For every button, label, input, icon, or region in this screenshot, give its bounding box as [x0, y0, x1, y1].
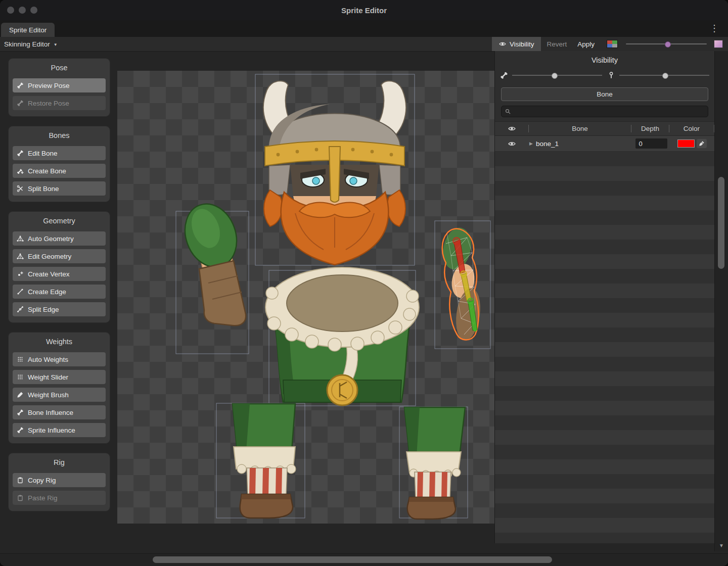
revert-button[interactable]: Revert — [541, 40, 572, 48]
vertical-scrollbar[interactable]: ▼ — [714, 51, 728, 551]
alpha-zoom-slider[interactable] — [626, 40, 707, 48]
horizontal-scrollbar-thumb[interactable] — [153, 556, 552, 563]
tab-bar: Sprite Editor ⋮ — [0, 20, 728, 37]
scroll-down-arrow-icon[interactable]: ▼ — [715, 543, 728, 548]
visibility-button-label: Visibility — [510, 40, 534, 48]
minimize-window-button[interactable] — [19, 7, 26, 14]
bone-name: bone_1 — [536, 140, 559, 148]
boot-cuff — [241, 494, 291, 499]
vertical-scrollbar-thumb[interactable] — [718, 177, 724, 269]
bone-color-swatch[interactable] — [677, 139, 695, 148]
create-bone-button[interactable]: Create Bone — [13, 164, 106, 178]
titlebar: Sprite Editor — [0, 0, 728, 21]
zoom-window-button[interactable] — [30, 7, 37, 14]
texture-channels-icon[interactable] — [607, 40, 618, 48]
chevron-down-icon: ▼ — [54, 41, 58, 47]
auto-geometry-button[interactable]: Auto Geometry — [13, 231, 106, 246]
bone-influence-icon — [17, 409, 24, 416]
pant-stripes — [249, 468, 282, 496]
depth-column-header[interactable]: Depth — [631, 125, 669, 132]
split-bone-button[interactable]: Split Bone — [13, 181, 106, 196]
bone-column-header[interactable]: Bone — [529, 125, 631, 132]
copy-rig-button[interactable]: Copy Rig — [13, 473, 106, 487]
editor-mode-label: Skinning Editor — [4, 40, 50, 48]
texture-preview-icon[interactable] — [714, 40, 723, 48]
edit-geometry-icon — [17, 253, 24, 260]
eye-icon — [499, 40, 506, 48]
rigged-arm-sprite[interactable] — [439, 225, 483, 342]
auto-weights-icon — [17, 356, 24, 363]
auto-geometry-icon — [17, 235, 24, 242]
toolbar: Skinning Editor ▼ Visibility Revert Appl… — [0, 37, 728, 52]
button-label: Sprite Influence — [28, 427, 75, 434]
bone-table-row[interactable]: ▶ bone_1 0 — [495, 136, 714, 151]
visibility-sliders — [495, 68, 714, 82]
depth-input[interactable]: 0 — [635, 138, 667, 149]
auto-weights-button[interactable]: Auto Weights — [13, 352, 106, 366]
bone-tab-label: Bone — [597, 90, 613, 98]
slider-track[interactable] — [619, 72, 709, 78]
visibility-toggle-button[interactable]: Visibility — [492, 37, 541, 51]
tab-sprite-editor[interactable]: Sprite Editor — [1, 23, 55, 37]
edit-geometry-button[interactable]: Edit Geometry — [13, 249, 106, 263]
apply-button[interactable]: Apply — [572, 40, 600, 48]
button-label: Copy Rig — [28, 477, 56, 484]
paste-rig-button[interactable]: Paste Rig — [13, 491, 106, 505]
mitten-arm-sprite[interactable] — [176, 197, 246, 325]
eyedropper-button[interactable] — [697, 139, 707, 148]
bone-search-field[interactable] — [501, 106, 708, 117]
weight-slider-button[interactable]: Weight Slider — [13, 370, 106, 384]
right-leg-sprite[interactable] — [404, 407, 465, 519]
button-label: Edit Bone — [28, 150, 58, 157]
button-label: Split Bone — [28, 185, 59, 193]
viking-head-sprite[interactable] — [263, 81, 406, 265]
split-bone-icon — [17, 185, 24, 192]
button-label: Bone Influence — [28, 409, 73, 416]
slider-track[interactable] — [512, 72, 602, 78]
close-window-button[interactable] — [7, 7, 14, 14]
button-label: Restore Pose — [28, 100, 69, 107]
left-leg-sprite[interactable] — [233, 404, 296, 518]
edit-bone-button[interactable]: Edit Bone — [13, 146, 106, 160]
left-cheek-guard — [269, 165, 290, 195]
sprite-canvas[interactable] — [117, 71, 494, 524]
window-controls — [7, 7, 37, 14]
create-vertex-button[interactable]: Create Vertex — [13, 267, 106, 281]
disclosure-triangle-icon[interactable]: ▶ — [529, 141, 533, 146]
button-label: Auto Geometry — [28, 235, 74, 243]
left-hair-tuft — [264, 190, 282, 226]
bone-tab-button[interactable]: Bone — [501, 87, 708, 101]
color-column-header[interactable]: Color — [669, 125, 714, 132]
preview-pose-button[interactable]: Preview Pose — [13, 78, 106, 92]
editor-mode-dropdown[interactable]: Skinning Editor ▼ — [4, 40, 58, 48]
weight-slider-icon — [17, 373, 24, 381]
weight-brush-button[interactable]: Weight Brush — [13, 388, 106, 402]
restore-pose-button[interactable]: Restore Pose — [13, 96, 106, 110]
kebab-menu-icon[interactable]: ⋮ — [710, 23, 719, 34]
horizontal-scrollbar[interactable] — [0, 553, 728, 566]
visibility-column-eye-icon[interactable] — [508, 125, 516, 132]
empty-row-stripes — [495, 152, 714, 543]
sprite-editor-window: Sprite Editor Sprite Editor ⋮ Skinning E… — [0, 0, 728, 566]
create-vertex-icon — [17, 270, 24, 277]
bone-opacity-slider[interactable] — [500, 71, 602, 79]
section-geometry: Geometry Auto Geometry Edit Geometry Cre… — [8, 211, 110, 323]
bone-size-slider[interactable] — [607, 71, 709, 79]
row-visibility-eye-icon[interactable] — [508, 140, 516, 148]
bone-opacity-icon — [500, 71, 508, 79]
collar-inner — [287, 275, 398, 332]
torso-sprite[interactable] — [265, 267, 419, 405]
slider-thumb[interactable] — [665, 41, 671, 48]
section-rig: Rig Copy Rig Paste Rig — [8, 453, 110, 511]
section-weights: Weights Auto Weights Weight Slider Weigh… — [8, 332, 110, 444]
button-label: Create Edge — [28, 288, 66, 296]
split-edge-button[interactable]: Split Edge — [13, 302, 106, 316]
create-edge-button[interactable]: Create Edge — [13, 285, 106, 299]
paste-rig-icon — [17, 494, 24, 501]
bone-search-input[interactable] — [514, 107, 705, 116]
restore-pose-icon — [17, 100, 24, 107]
sprite-influence-button[interactable]: Sprite Influence — [13, 423, 106, 437]
bone-influence-button[interactable]: Bone Influence — [13, 405, 106, 419]
nose-guard — [329, 147, 340, 202]
visibility-panel-title: Visibility — [495, 51, 714, 68]
